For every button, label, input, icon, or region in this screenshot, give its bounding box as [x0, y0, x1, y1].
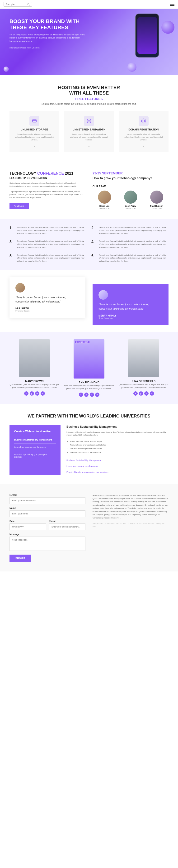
agency-num-5: 6 [92, 254, 96, 263]
contact-section: E-mail Name Date Phone Message SUBMIT Ar… [0, 484, 178, 571]
social-f-2[interactable]: f [133, 391, 138, 396]
partners-left-label: Create a Webinar to Monetize [14, 430, 56, 433]
feature-icon-2 [139, 116, 149, 126]
social-y-1[interactable]: y [84, 393, 88, 397]
conference-section: TECHNOLOGY CONFERENCE 2021 LEADERSHIP CO… [0, 162, 178, 219]
hero-headline: BOOST YOUR BRAND WITH THESE KEY FEATURES [9, 18, 85, 31]
social-icons-0: f y in in [9, 391, 59, 396]
agency-text-3: Recruitment Agency that strives to help … [99, 240, 169, 249]
date-field[interactable] [9, 523, 46, 530]
menu-icon[interactable] [170, 3, 174, 6]
feature-chevron-0[interactable]: ⌄ [13, 144, 56, 148]
avatar-0 [98, 191, 111, 204]
team-member-0: David Lee Sample text [93, 191, 116, 209]
hero-content: BOOST YOUR BRAND WITH THESE KEY FEATURES… [9, 18, 85, 50]
social-in2-1[interactable]: in [95, 393, 100, 397]
agency-text-2: Recruitment Agency that strives to help … [17, 240, 86, 249]
social-y-2[interactable]: y [139, 391, 143, 396]
agency-item-5: 6 Recruitment Agency that strives to hel… [92, 254, 169, 263]
read-more-button[interactable]: Read More [9, 203, 29, 209]
search-input[interactable] [6, 3, 27, 6]
date-phone-row: Date Phone [9, 520, 85, 530]
form-section: E-mail Name Date Phone Message SUBMIT [9, 494, 85, 562]
date-group: Date [9, 520, 46, 530]
team-role-0: Sample text [93, 207, 116, 209]
social-in2-0[interactable]: in [41, 391, 45, 396]
social-icons-1: f y in in [64, 393, 114, 397]
agency-item-1: 2 Recruitment Agency that strives to hel… [92, 226, 169, 235]
agency-text-1: Recruitment Agency that strives to help … [99, 226, 169, 235]
feature-icon-1 [84, 116, 94, 126]
quote-text-1: "Sample quote. Lorem ipsum dolor sit ame… [99, 303, 163, 311]
hero-background-link[interactable]: background video from Unstock [9, 46, 40, 49]
hero-phone [135, 13, 159, 58]
quote-author-0: NILL SMITH [15, 307, 79, 310]
conference-para1: Sed pulvinar proin gravida hendrerit lec… [9, 182, 85, 188]
feature-chevron-2[interactable]: ⌄ [122, 144, 165, 148]
social-y-0[interactable]: y [30, 391, 34, 396]
hosting-heading1: HOSTING IS EVEN BETTER [9, 85, 169, 90]
partner-link-0[interactable]: Business Sustainability Management [66, 458, 169, 463]
social-f-1[interactable]: f [79, 393, 83, 397]
svg-point-0 [28, 3, 29, 5]
feature-chevron-1[interactable]: ⌄ [68, 144, 110, 148]
feature-title-0: UNLIMITED STORAGE [13, 128, 56, 131]
profile-name-2: NINA GREENFIELD [119, 380, 169, 382]
partner-list-item-2: Purus ut faucibus pulvinar elementum. [70, 447, 169, 451]
phone-group: Phone [49, 520, 85, 530]
header [0, 0, 178, 9]
quote-author-1: MERRY KINNLY [99, 314, 163, 317]
team-grid: David Lee Sample text Josh Perry Sample … [93, 191, 169, 209]
partner-nav-item-0[interactable]: Business Sustainability Management [14, 436, 56, 444]
social-in1-1[interactable]: in [90, 393, 94, 397]
social-in1-0[interactable]: in [35, 391, 39, 396]
conference-right-heading: How to grow your technology company? [93, 176, 169, 180]
agency-num-4: 5 [9, 254, 14, 263]
partner-list-item-3: Blandit turpis cursus in hac habitasse. [70, 451, 169, 454]
profile-name-0: MARY BROWN [9, 380, 59, 382]
social-f-0[interactable]: f [24, 391, 29, 396]
partner-nav-item-2[interactable]: Practical tips to help you price your pr… [14, 451, 56, 461]
hosting-subheading: FREE FEATURES [9, 97, 169, 101]
profile-desc-2: Qlas ariet idtml Qiam molestie arisi at … [119, 383, 169, 389]
partner-nav-item-1[interactable]: Learn how to grow your business [14, 444, 56, 451]
name-field[interactable] [9, 510, 85, 517]
message-field[interactable] [9, 536, 85, 551]
testimonials-section: "Sample quote. Lorem ipsum dolor sit ame… [0, 270, 178, 332]
message-group: Message [9, 533, 85, 552]
feature-title-2: DOMAIN REGISTRATION [122, 128, 165, 131]
partner-link-1[interactable]: Learn how to grow your business [66, 464, 169, 469]
quote-role-1: Great Accountant [99, 317, 163, 319]
hosting-section: HOSTING IS EVEN BETTER WITH ALL THESE FR… [0, 75, 178, 162]
partners-heading: WE PARTNER WITH THE WORLD'S LEADING UNIV… [9, 413, 169, 419]
agency-text-0: Recruitment Agency that strives to help … [17, 226, 86, 235]
conference-para2: Turpis egestas integer eget aliquet nibh… [9, 190, 85, 199]
feature-desc-2: Lorem ipsum dolor sit amet, consectetur … [122, 133, 165, 142]
partner-list-item-1: Prettur at risus enem adipiscing ut in t… [70, 443, 169, 447]
email-field[interactable] [9, 497, 85, 504]
search-bar[interactable] [4, 2, 32, 7]
feature-card-0: UNLIMITED STORAGE Lorem ipsum dolor sit … [9, 111, 59, 152]
team-name-0: David Lee [93, 205, 116, 207]
social-in2-2[interactable]: in [150, 391, 154, 396]
agency-num-0: 1 [9, 226, 14, 235]
features-grid: UNLIMITED STORAGE Lorem ipsum dolor sit … [9, 111, 169, 152]
phone-field[interactable] [49, 523, 85, 530]
partners-list: Mattis nunc sed blandit libero volutpat.… [66, 440, 169, 454]
svg-rect-2 [33, 120, 37, 122]
svg-line-1 [29, 5, 30, 5]
date-label: Date [9, 520, 46, 523]
profile-tag: COMING SOON [75, 341, 90, 344]
conference-dates: 23-25 SEPTEMBER [93, 171, 169, 175]
submit-button[interactable]: SUBMIT [9, 555, 31, 562]
name-label: Name [9, 507, 85, 509]
profile-name-1: ANN RICHMOND [64, 381, 114, 384]
hero-sphere-small [4, 66, 9, 72]
hero-sphere-large [162, 21, 174, 34]
social-in1-2[interactable]: in [144, 391, 149, 396]
feature-card-2: DOMAIN REGISTRATION Lorem ipsum dolor si… [119, 111, 169, 152]
team-name-1: Josh Perry [119, 205, 142, 207]
quote-role-0: Financial Director [15, 310, 79, 312]
partner-link-2[interactable]: Practical tips to help you price your pr… [66, 469, 169, 475]
avatar-2 [150, 191, 163, 204]
